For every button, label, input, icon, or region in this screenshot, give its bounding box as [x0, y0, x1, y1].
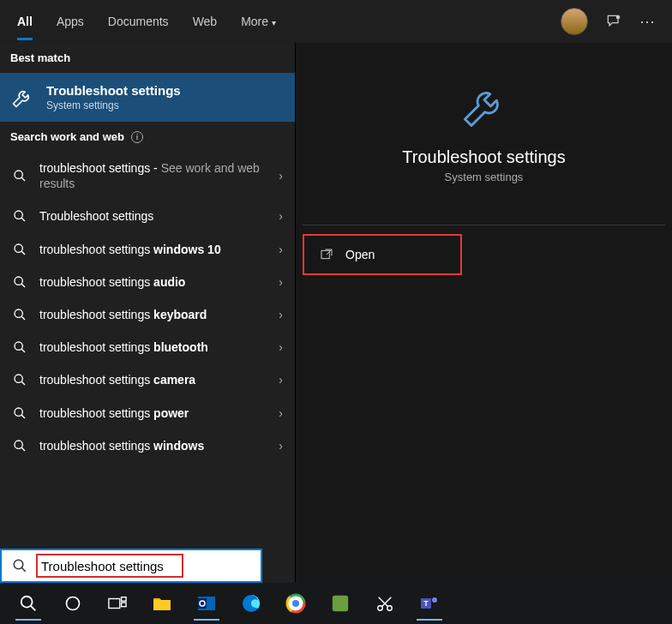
svg-rect-25	[109, 599, 120, 609]
open-action[interactable]: Open	[303, 234, 462, 275]
svg-line-21	[21, 567, 26, 572]
chevron-right-icon[interactable]: ›	[279, 275, 283, 289]
taskbar-teams[interactable]: T	[410, 586, 449, 621]
result-text: troubleshoot settings power	[39, 405, 267, 421]
svg-point-17	[15, 441, 22, 448]
search-web-header: Search work and web i	[0, 122, 295, 152]
taskbar-outlook[interactable]	[187, 586, 226, 621]
result-text: troubleshoot settings keyboard	[39, 307, 267, 322]
search-input-highlight	[36, 554, 183, 578]
search-icon	[12, 438, 27, 453]
svg-point-15	[15, 408, 22, 416]
search-bar[interactable]	[0, 549, 262, 583]
taskbar-cortana[interactable]	[53, 586, 93, 621]
search-result[interactable]: troubleshoot settings camera ›	[0, 363, 295, 396]
svg-line-8	[21, 284, 25, 287]
svg-point-3	[15, 211, 22, 219]
chevron-right-icon[interactable]: ›	[279, 406, 283, 420]
taskbar: T	[0, 583, 672, 624]
search-result[interactable]: troubleshoot settings windows 10 ›	[0, 233, 295, 266]
svg-line-18	[21, 447, 25, 451]
search-icon	[12, 558, 27, 573]
chevron-right-icon[interactable]: ›	[279, 340, 283, 354]
search-result[interactable]: Troubleshoot settings ›	[0, 200, 295, 232]
taskbar-app[interactable]	[321, 586, 360, 621]
svg-point-11	[15, 342, 22, 350]
svg-rect-26	[122, 597, 127, 602]
search-result[interactable]: troubleshoot settings audio ›	[0, 266, 295, 298]
svg-line-23	[31, 606, 36, 611]
result-text: troubleshoot settings windows 10	[39, 242, 267, 257]
svg-line-4	[21, 218, 25, 221]
taskbar-taskview[interactable]	[98, 586, 137, 621]
svg-line-6	[21, 251, 25, 255]
results-panel: Best match Troubleshoot settings System …	[0, 43, 295, 583]
tab-apps[interactable]: Apps	[57, 3, 84, 40]
chevron-right-icon[interactable]: ›	[279, 308, 283, 321]
svg-line-14	[21, 381, 25, 385]
search-result[interactable]: troubleshoot settings power ›	[0, 397, 295, 429]
svg-point-22	[21, 597, 33, 608]
preview-hero: Troubleshoot settings System settings	[316, 63, 651, 204]
chevron-right-icon[interactable]: ›	[279, 243, 283, 256]
best-match-item[interactable]: Troubleshoot settings System settings	[0, 73, 295, 122]
search-icon	[12, 405, 27, 421]
preview-subtitle: System settings	[445, 171, 524, 183]
chevron-right-icon[interactable]: ›	[279, 373, 283, 387]
search-result[interactable]: troubleshoot settings keyboard ›	[0, 298, 295, 331]
taskbar-snip[interactable]	[365, 586, 405, 621]
svg-point-9	[15, 309, 22, 317]
search-result[interactable]: troubleshoot settings windows ›	[0, 429, 295, 462]
search-icon	[12, 307, 27, 322]
best-match-title: Troubleshoot settings	[46, 83, 181, 98]
more-options-icon[interactable]: ⋯	[639, 12, 655, 31]
tab-documents[interactable]: Documents	[108, 3, 169, 40]
search-icon	[12, 168, 27, 183]
svg-line-16	[21, 415, 25, 418]
search-icon	[12, 208, 27, 224]
info-icon[interactable]: i	[131, 131, 143, 143]
chevron-right-icon[interactable]: ›	[279, 209, 283, 223]
search-result[interactable]: troubleshoot settings bluetooth ›	[0, 331, 295, 363]
taskbar-chrome[interactable]	[276, 586, 315, 621]
tab-more[interactable]: More▾	[241, 3, 276, 40]
best-match-subtitle: System settings	[46, 99, 181, 111]
svg-point-7	[15, 277, 22, 285]
result-text: troubleshoot settings audio	[39, 274, 267, 290]
svg-rect-37	[333, 596, 348, 611]
divider	[303, 225, 665, 225]
filter-tabs: All Apps Documents Web More▾	[17, 3, 276, 40]
svg-point-0	[616, 15, 619, 18]
taskbar-explorer[interactable]	[142, 586, 182, 621]
search-input[interactable]	[41, 559, 178, 573]
search-icon	[12, 372, 27, 387]
open-label: Open	[345, 248, 375, 261]
svg-point-13	[15, 375, 22, 382]
result-text: troubleshoot settings camera	[39, 372, 267, 387]
tab-web[interactable]: Web	[193, 3, 218, 40]
svg-point-24	[67, 597, 80, 610]
header-actions: ⋯	[561, 8, 655, 35]
result-text: Troubleshoot settings	[39, 208, 267, 224]
search-icon	[12, 274, 27, 290]
wrench-icon	[459, 81, 510, 132]
search-icon	[12, 242, 27, 257]
svg-point-20	[14, 560, 23, 569]
preview-title: Troubleshoot settings	[402, 147, 565, 167]
open-icon	[320, 248, 333, 261]
wrench-icon	[10, 86, 34, 110]
search-icon	[12, 339, 27, 355]
svg-point-42	[432, 597, 437, 603]
user-avatar[interactable]	[561, 8, 588, 35]
search-result[interactable]: troubleshoot settings - See work and web…	[0, 152, 295, 200]
search-header: All Apps Documents Web More▾ ⋯	[0, 0, 672, 43]
tab-all[interactable]: All	[17, 3, 33, 40]
chevron-right-icon[interactable]: ›	[279, 169, 283, 183]
chevron-right-icon[interactable]: ›	[279, 439, 283, 453]
svg-text:T: T	[423, 599, 429, 608]
feedback-icon[interactable]	[605, 13, 622, 30]
svg-rect-27	[122, 603, 127, 607]
taskbar-edge[interactable]	[231, 586, 271, 621]
taskbar-search[interactable]	[9, 586, 48, 621]
svg-point-1	[15, 171, 22, 178]
